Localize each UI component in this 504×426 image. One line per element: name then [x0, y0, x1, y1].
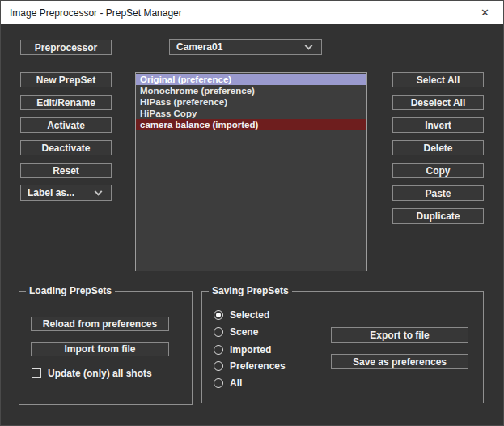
save-as-preferences-button[interactable]: Save as preferences [331, 354, 468, 369]
new-prepset-button[interactable]: New PrepSet [20, 72, 112, 87]
chevron-down-icon [305, 42, 313, 50]
radio-icon[interactable] [214, 345, 223, 355]
checkbox-label: Update (only) all shots [48, 368, 152, 379]
close-icon[interactable]: ✕ [467, 1, 503, 24]
invert-button[interactable]: Invert [392, 117, 484, 133]
radio-icon[interactable] [214, 327, 223, 337]
list-item[interactable]: camera balance (imported) [136, 119, 366, 130]
radio-icon[interactable] [214, 361, 223, 371]
checkbox-icon[interactable] [32, 368, 41, 378]
radio-label: Selected [230, 309, 269, 321]
radio-label: Scene [230, 326, 258, 338]
list-item[interactable]: Original (preference) [136, 74, 366, 85]
prepset-manager-window: Image Preprocessor - PrepSet Manager ✕ P… [0, 0, 504, 426]
radio-scene[interactable]: Scene [214, 326, 258, 338]
titlebar[interactable]: Image Preprocessor - PrepSet Manager ✕ [1, 1, 503, 24]
radio-label: All [230, 377, 242, 389]
paste-button[interactable]: Paste [392, 185, 484, 201]
deactivate-button[interactable]: Deactivate [20, 140, 112, 155]
camera-select[interactable]: Camera01 [169, 39, 322, 55]
edit-rename-button[interactable]: Edit/Rename [20, 95, 112, 110]
delete-button[interactable]: Delete [392, 140, 484, 155]
saving-prepsets-group: Saving PrepSets Selected Scene Imported … [201, 291, 484, 403]
label-as-value: Label as... [28, 187, 74, 198]
list-item[interactable]: HiPass (preference) [136, 96, 366, 108]
radio-icon[interactable] [214, 310, 223, 320]
chevron-down-icon [95, 188, 103, 196]
prepset-list[interactable]: Original (preference) Monochrome (prefer… [135, 72, 367, 271]
loading-prepsets-group: Loading PrepSets Reload from preferences… [19, 291, 193, 405]
saving-prepsets-group-title: Saving PrepSets [209, 285, 292, 296]
window-title: Image Preprocessor - PrepSet Manager [1, 7, 182, 19]
radio-label: Imported [230, 344, 271, 356]
activate-button[interactable]: Activate [20, 117, 112, 133]
radio-label: Preferences [230, 360, 286, 372]
radio-icon[interactable] [214, 378, 223, 388]
select-all-button[interactable]: Select All [392, 72, 484, 87]
radio-imported[interactable]: Imported [214, 344, 271, 356]
list-item[interactable]: HiPass Copy [136, 108, 366, 119]
reload-from-preferences-button[interactable]: Reload from preferences [31, 317, 169, 331]
reset-button[interactable]: Reset [20, 163, 112, 178]
deselect-all-button[interactable]: Deselect All [392, 95, 484, 110]
export-to-file-button[interactable]: Export to file [331, 327, 468, 343]
copy-button[interactable]: Copy [392, 163, 484, 178]
duplicate-button[interactable]: Duplicate [392, 208, 484, 224]
list-item[interactable]: Monochrome (preference) [136, 85, 366, 96]
radio-preferences[interactable]: Preferences [214, 360, 286, 372]
camera-select-value: Camera01 [176, 41, 222, 53]
dialog-client-area: Preprocessor Camera01 New PrepSet Edit/R… [1, 24, 504, 426]
radio-all[interactable]: All [214, 377, 242, 389]
label-as-select[interactable]: Label as... [20, 185, 112, 201]
radio-selected[interactable]: Selected [214, 309, 269, 321]
preprocessor-button[interactable]: Preprocessor [20, 40, 112, 55]
update-only-all-shots-checkbox[interactable]: Update (only) all shots [32, 368, 152, 379]
loading-prepsets-group-title: Loading PrepSets [26, 285, 115, 296]
import-from-file-button[interactable]: Import from file [31, 342, 169, 356]
